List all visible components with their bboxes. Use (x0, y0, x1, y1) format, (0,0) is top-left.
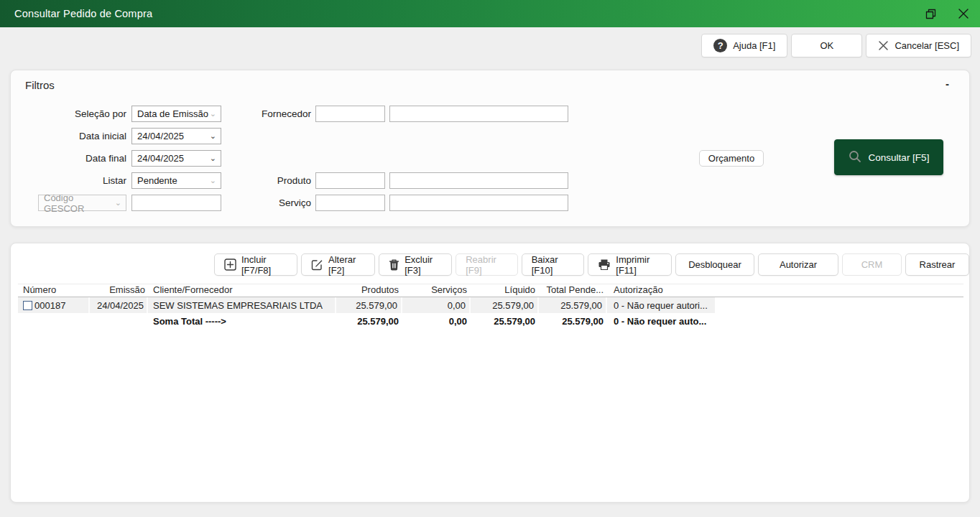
col-produtos[interactable]: Produtos (336, 284, 402, 297)
autorizar-button[interactable]: Autorizar (758, 253, 838, 276)
selecao-por-value: Data de Emissão (137, 108, 208, 119)
orcamento-button[interactable]: Orçamento (699, 150, 764, 167)
totals-autorizacao: 0 - Não requer auto... (607, 313, 722, 329)
consultar-button-label: Consultar [F5] (869, 152, 930, 163)
restore-icon (925, 9, 936, 19)
reabrir-button: Reabrir [F9] (456, 253, 517, 276)
col-total-pendente[interactable]: Total Pende... (539, 284, 607, 297)
totals-produtos: 25.579,00 (336, 313, 402, 329)
restore-button[interactable] (914, 0, 947, 27)
col-servicos[interactable]: Serviços (402, 284, 471, 297)
search-icon (849, 150, 861, 165)
consultar-button[interactable]: Consultar [F5] (834, 139, 943, 175)
fornecedor-label: Fornecedor (218, 106, 311, 122)
alterar-button-label: Alterar [F2] (328, 254, 365, 276)
baixar-button[interactable]: Baixar [F10] (522, 253, 585, 276)
baixar-button-label: Baixar [F10] (532, 254, 575, 276)
row-checkbox[interactable] (23, 301, 32, 310)
chevron-down-icon: ⌄ (210, 131, 216, 141)
data-final-label: Data final (25, 150, 126, 167)
listar-select[interactable]: Pendente ⌄ (131, 172, 221, 189)
produto-name-input[interactable] (389, 172, 568, 189)
reabrir-button-label: Reabrir [F9] (466, 254, 507, 276)
chevron-down-icon: ⌄ (210, 154, 216, 163)
cell-emissao: 24/04/2025 (90, 297, 148, 313)
excluir-button-label: Excluir [F3] (405, 254, 442, 276)
col-emissao[interactable]: Emissão (90, 284, 148, 297)
rastrear-button[interactable]: Rastrear (905, 253, 969, 276)
title-bar: Consultar Pedido de Compra (0, 0, 980, 27)
orders-table: Número Emissão Cliente/Fornecedor Produt… (18, 284, 963, 329)
totals-row: Soma Total -----> 25.579,00 0,00 25.579,… (18, 313, 963, 329)
listar-value: Pendente (137, 175, 177, 186)
close-icon (958, 9, 969, 19)
data-inicial-select[interactable]: 24/04/2025 ⌄ (131, 128, 221, 144)
cell-produtos: 25.579,00 (336, 297, 402, 313)
cell-numero: 000187 (34, 300, 65, 311)
edit-icon (311, 258, 323, 271)
produto-label: Produto (218, 172, 311, 189)
fornecedor-code-input[interactable] (315, 106, 385, 122)
data-final-value: 24/04/2025 (137, 153, 184, 164)
ok-button[interactable]: OK (791, 34, 862, 57)
plus-square-icon (224, 258, 236, 271)
table-row[interactable]: 000187 24/04/2025 SEW SISTEMAS EMPRESARI… (18, 297, 963, 313)
window-title: Consultar Pedido de Compra (14, 8, 152, 19)
totals-total-pendente: 25.579,00 (539, 313, 607, 329)
totals-liquido: 25.579,00 (471, 313, 539, 329)
listar-label: Listar (25, 172, 126, 189)
cell-cliente: SEW SISTEMAS EMPRESARIAIS LTDA (148, 297, 336, 313)
servico-name-input[interactable] (389, 195, 568, 211)
codigo-gescor-select: Código GESCOR ⌄ (38, 195, 126, 211)
incluir-button[interactable]: Incluir [F7/F8] (214, 253, 297, 276)
help-button-label: Ajuda [F1] (733, 40, 775, 51)
desbloquear-button-label: Desbloquear (688, 259, 741, 270)
filters-panel: Filtros - Seleção por Data inicial Data … (10, 70, 970, 227)
crm-button-label: CRM (861, 259, 883, 270)
cell-autorizacao: 0 - Não requer autori... (607, 297, 715, 313)
cancel-button-label: Cancelar [ESC] (895, 40, 959, 51)
imprimir-button[interactable]: Imprimir [F11] (588, 253, 672, 276)
chevron-down-icon: ⌄ (115, 198, 121, 208)
totals-servicos: 0,00 (402, 313, 471, 329)
data-inicial-value: 24/04/2025 (137, 131, 184, 141)
close-button[interactable] (947, 0, 980, 27)
servico-label: Serviço (218, 195, 311, 211)
selecao-por-label: Seleção por (25, 106, 126, 122)
orcamento-button-label: Orçamento (708, 153, 754, 164)
servico-code-input[interactable] (315, 195, 385, 211)
imprimir-button-label: Imprimir [F11] (616, 254, 662, 276)
filters-collapse-button[interactable]: - (946, 78, 949, 90)
table-header-row: Número Emissão Cliente/Fornecedor Produt… (18, 284, 963, 297)
desbloquear-button[interactable]: Desbloquear (675, 253, 754, 276)
col-liquido[interactable]: Líquido (471, 284, 539, 297)
cancel-x-icon (878, 40, 889, 51)
excluir-button[interactable]: Excluir [F3] (379, 253, 452, 276)
filters-title: Filtros (25, 79, 55, 91)
grid-toolbar: Incluir [F7/F8] Alterar [F2] Excluir [ (18, 253, 969, 276)
help-button[interactable]: ? Ajuda [F1] (701, 34, 787, 57)
codigo-gescor-input[interactable] (131, 195, 221, 211)
autorizar-button-label: Autorizar (780, 259, 817, 270)
totals-label: Soma Total -----> (148, 313, 336, 329)
cancel-button[interactable]: Cancelar [ESC] (866, 34, 971, 57)
top-action-bar: ? Ajuda [F1] OK Cancelar [ESC] (0, 34, 971, 57)
chevron-down-icon: ⌄ (210, 176, 216, 185)
alterar-button[interactable]: Alterar [F2] (301, 253, 375, 276)
trash-icon (389, 258, 399, 271)
fornecedor-name-input[interactable] (389, 106, 568, 122)
cell-liquido: 25.579,00 (471, 297, 539, 313)
chevron-down-icon: ⌄ (210, 109, 216, 118)
col-cliente[interactable]: Cliente/Fornecedor (148, 284, 336, 297)
cell-servicos: 0,00 (402, 297, 471, 313)
ok-button-label: OK (820, 40, 834, 51)
printer-icon (598, 258, 611, 271)
data-inicial-label: Data inicial (25, 128, 126, 144)
col-autorizacao[interactable]: Autorização (607, 284, 963, 297)
produto-code-input[interactable] (315, 172, 385, 189)
cell-total-pendente: 25.579,00 (539, 297, 607, 313)
data-final-select[interactable]: 24/04/2025 ⌄ (131, 150, 221, 167)
selecao-por-select[interactable]: Data de Emissão ⌄ (131, 106, 221, 122)
col-numero[interactable]: Número (18, 284, 90, 297)
rastrear-button-label: Rastrear (920, 259, 956, 270)
